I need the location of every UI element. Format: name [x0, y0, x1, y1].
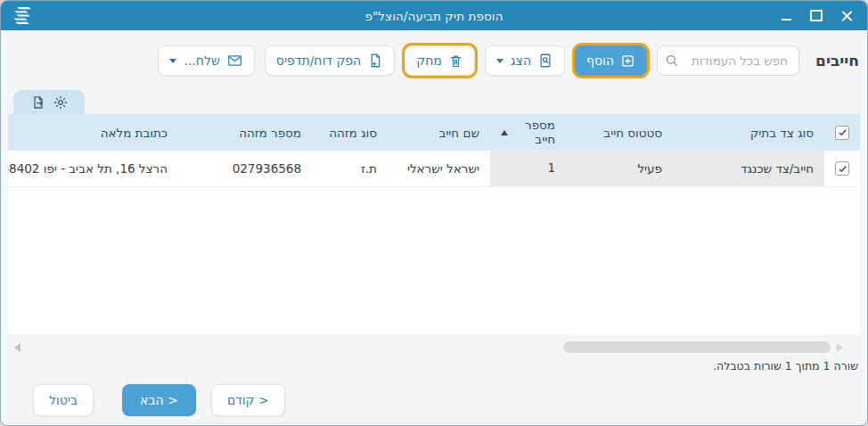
select-all-checkbox-cell	[824, 114, 860, 151]
select-all-checkbox[interactable]	[835, 126, 849, 140]
table-row[interactable]: חייב/צד שכנגד פעיל 1 ישראל ישראלי ת.ז 02…	[8, 151, 860, 187]
header-debtor-number[interactable]: מספר חייב	[490, 114, 566, 151]
header-debtor-status[interactable]: סטטוס חייב	[566, 114, 673, 151]
window-controls	[771, 1, 867, 30]
send-button[interactable]: שלח...	[158, 45, 254, 76]
maximize-button[interactable]	[801, 1, 831, 30]
table-empty-area	[8, 187, 860, 334]
wizard-footer: קודם > הבא > ביטול	[1, 373, 867, 425]
header-party-type[interactable]: סוג צד בתיק	[673, 114, 824, 151]
trash-icon	[448, 53, 463, 69]
check-icon	[838, 164, 848, 174]
send-button-label: שלח...	[184, 53, 219, 68]
cell-full-address: הרצל 16, תל אביב - יפו 68402	[8, 151, 178, 186]
table-header-row: סוג צד בתיק סטטוס חייב מספר חייב שם חייב…	[8, 114, 860, 151]
row-checkbox-cell	[824, 151, 860, 186]
sort-ascending-icon	[501, 130, 508, 135]
scrollbar-thumb[interactable]	[563, 341, 831, 353]
cell-id-number: 027936568	[178, 151, 312, 186]
next-button-label: הבא >	[140, 393, 178, 407]
previous-button[interactable]: קודם >	[211, 384, 285, 416]
scroll-left-arrow-icon[interactable]	[14, 343, 20, 352]
cell-debtor-name: ישראל ישראלי	[388, 151, 490, 186]
header-id-type[interactable]: סוג מזהה	[312, 114, 388, 151]
cell-id-type: ת.ז	[312, 151, 388, 186]
add-button-label: הוסף	[586, 53, 614, 68]
delete-button-label: מחק	[416, 53, 442, 68]
cancel-button-label: ביטול	[49, 393, 78, 407]
debtors-toolbar: חייבים הוסף הצג	[1, 30, 867, 90]
title-bar: הוספת תיק תביעה/הוצל"פ	[1, 1, 867, 30]
header-full-address[interactable]: כתובת מלאה	[8, 114, 178, 151]
cell-debtor-status: פעיל	[566, 151, 673, 186]
show-button-label: הצג	[511, 53, 531, 68]
plus-box-icon	[620, 53, 635, 69]
cell-party-type: חייב/צד שכנגד	[673, 151, 824, 186]
search-box	[657, 45, 799, 76]
row-checkbox[interactable]	[835, 161, 849, 176]
scroll-right-arrow-icon[interactable]	[837, 343, 843, 352]
report-button-label: הפק דוח/תדפיס	[276, 53, 361, 68]
table-options-tab	[13, 90, 85, 114]
horizontal-scrollbar	[8, 340, 860, 357]
table-tabstrip	[1, 90, 867, 114]
preview-document-icon	[537, 53, 553, 69]
header-id-number[interactable]: מספר מזהה	[178, 114, 312, 151]
debtors-table: סוג צד בתיק סטטוס חייב מספר חייב שם חייב…	[8, 114, 860, 334]
window-title: הוספת תיק תביעה/הוצל"פ	[1, 1, 867, 30]
next-button[interactable]: הבא >	[122, 384, 196, 416]
cancel-button[interactable]: ביטול	[33, 384, 94, 416]
previous-button-label: קודם >	[227, 393, 269, 407]
export-file-icon[interactable]	[31, 95, 45, 110]
section-title: חייבים	[815, 52, 859, 70]
add-button[interactable]: הוסף	[575, 45, 647, 76]
header-debtor-name[interactable]: שם חייב	[388, 114, 490, 151]
show-button[interactable]: הצג	[485, 45, 565, 76]
add-claim-dialog: הוספת תיק תביעה/הוצל"פ חייבים הוסף	[0, 0, 868, 426]
report-button[interactable]: הפק דוח/תדפיס	[265, 45, 395, 76]
delete-button[interactable]: מחק	[405, 45, 475, 76]
row-count-status: שורה 1 מתוך 1 שורות בטבלה.	[1, 357, 867, 373]
show-dropdown-caret-icon	[496, 59, 504, 63]
minimize-button[interactable]	[771, 1, 801, 30]
send-dropdown-caret-icon	[169, 59, 176, 63]
gear-icon[interactable]	[53, 95, 68, 110]
search-icon	[664, 53, 680, 69]
cell-debtor-number: 1	[490, 151, 566, 186]
report-document-icon	[367, 53, 383, 69]
envelope-icon	[226, 53, 243, 69]
check-icon	[838, 127, 848, 137]
close-button[interactable]	[831, 1, 862, 30]
